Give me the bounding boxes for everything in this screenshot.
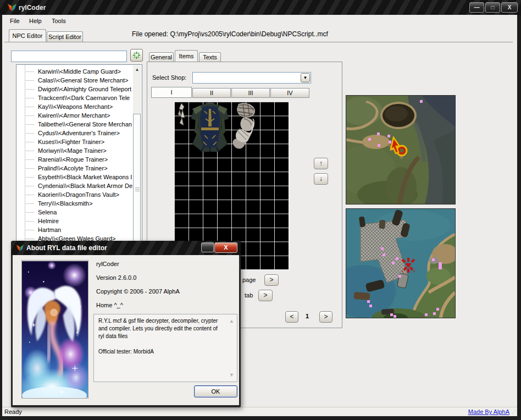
scroll-up-icon[interactable]: ▲ — [229, 317, 234, 325]
list-item[interactable]: Helmire — [16, 217, 134, 225]
list-item[interactable]: Terry\\\<Blacksmith> — [16, 199, 134, 208]
close-button[interactable]: X — [501, 2, 518, 13]
list-item[interactable]: Kuses\\<Fighter Trainer> — [16, 137, 134, 146]
list-item-label: Pralind\\<Acolyte Trainer> — [38, 165, 108, 172]
tab-script-editor[interactable]: Script Editor — [47, 31, 83, 42]
list-item-label: Cyndenia\\<Black Market Armor De — [38, 183, 132, 189]
credit-link[interactable]: Made By AlphA — [468, 408, 509, 415]
move-up-button[interactable]: ↑ — [314, 158, 328, 169]
item-gauntlet-image[interactable] — [231, 102, 258, 151]
about-home-link[interactable]: Home ^_^ — [96, 302, 123, 308]
tester-text: Official tester: MorbidA — [98, 348, 223, 356]
tab-texts[interactable]: Texts — [199, 52, 221, 62]
list-item-label: Calas\\<General Store Merchant> — [38, 77, 128, 84]
map-detail-image[interactable] — [346, 208, 456, 318]
chevron-right-icon: > — [269, 276, 273, 284]
next-page-button[interactable]: > — [319, 311, 332, 323]
list-item[interactable]: Pralind\\<Acolyte Trainer> — [16, 164, 134, 173]
status-text: Ready — [4, 408, 22, 415]
dialog-close-button[interactable]: X — [214, 242, 237, 253]
resize-grip: ⋰ — [512, 410, 516, 415]
prev-page-button[interactable]: < — [285, 311, 298, 323]
move-down-button[interactable]: ↓ — [314, 173, 328, 185]
title-bar: rylCoder — □ X — [0, 0, 521, 15]
ok-button[interactable]: OK — [194, 385, 237, 397]
list-item-label: Cydus\\<Adventurer's Trainer> — [38, 130, 120, 136]
npc-search-button[interactable] — [130, 49, 143, 62]
window-title: rylCoder — [19, 4, 46, 12]
list-item[interactable]: Karwin\\<Middle Camp Guard> — [16, 67, 134, 76]
list-item[interactable]: Kay\\\<Weapons Merchant> — [16, 102, 134, 111]
app-window: rylCoder — □ X File Help Tools NPC Edito… — [0, 0, 521, 420]
copy-tab-button[interactable]: > — [258, 290, 273, 301]
about-version: Version 2.6.0.0 — [96, 274, 136, 281]
scroll-down-icon[interactable]: ▼ — [229, 371, 234, 379]
list-item[interactable]: Esybeth\\<Black Market Weapons I — [16, 173, 134, 181]
scrollbar-thumb[interactable] — [133, 114, 141, 251]
about-copyright: Copyright © 2006 - 2007 AlphA — [96, 288, 180, 295]
status-bar: Ready Made By AlphA ⋰ — [2, 407, 517, 416]
select-shop-label: Select Shop: — [152, 74, 186, 81]
chevron-right-icon: > — [324, 313, 328, 320]
list-item[interactable]: Kaorien\\<DragonTrans Vault> — [16, 190, 134, 199]
tree-rows: Karwin\\<Middle Camp Guard>Calas\\<Gener… — [16, 67, 134, 243]
about-artwork-image — [21, 260, 88, 399]
down-arrow-icon: ↓ — [319, 175, 323, 183]
ok-label: OK — [212, 388, 220, 395]
list-item-label: Rarenia\\<Rogue Trainer> — [38, 156, 108, 163]
list-item[interactable]: Dwigot\\<Almighty Ground Teleport — [16, 85, 134, 93]
about-description-box[interactable]: R.Y.L mcf & gsf file decrypter, decompil… — [93, 314, 237, 382]
list-item-label: Kuses\\<Fighter Trainer> — [38, 139, 104, 145]
list-item[interactable]: Kwiren\\<Armor Merchant> — [16, 111, 134, 120]
npc-search-input[interactable] — [11, 51, 127, 62]
menu-item-file[interactable]: File — [10, 18, 20, 24]
list-item[interactable]: Cydus\\<Adventurer's Trainer> — [16, 129, 134, 137]
list-item[interactable]: Trackcent\\<Dark Caernarvon Tele — [16, 93, 134, 102]
menu-item-help[interactable]: Help — [29, 18, 42, 24]
list-item[interactable]: Selena — [16, 208, 134, 217]
dialog-title: About RYL data file editor — [26, 244, 107, 252]
slot-tab-4[interactable]: IV — [270, 88, 309, 98]
list-item[interactable]: Talibethe\\<General Store Merchan — [16, 120, 134, 129]
dialog-body: rylCoder Version 2.6.0.0 Copyright © 200… — [13, 255, 239, 405]
minimize-button[interactable]: — — [469, 2, 484, 13]
list-item[interactable]: Hartman — [16, 225, 134, 234]
file-opened-label: File opened: Q:\myProj\vs2005\rylCoder\b… — [132, 30, 328, 38]
slot-tab-1[interactable]: I — [151, 87, 192, 98]
list-item-label: Karwin\\<Middle Camp Guard> — [38, 68, 121, 75]
list-item-label: Kwiren\\<Armor Merchant> — [38, 112, 110, 119]
map-overview-image[interactable] — [346, 95, 456, 205]
dialog-restore-button[interactable] — [201, 242, 214, 252]
about-dialog: About RYL data file editor X — [11, 241, 241, 407]
slot-tab-3[interactable]: III — [231, 88, 270, 98]
up-arrow-icon: ↑ — [319, 159, 323, 167]
tab-npc-editor[interactable]: NPC Editor — [9, 29, 46, 42]
list-item-label: Kay\\\<Weapons Merchant> — [38, 103, 113, 110]
copy-tab-label: tab — [245, 292, 253, 299]
maximize-icon: □ — [491, 4, 494, 10]
list-item[interactable]: Cyndenia\\<Black Market Armor De — [16, 181, 134, 190]
tab-items[interactable]: Items — [175, 50, 198, 62]
chevron-right-icon: > — [263, 291, 267, 299]
item-armor-image[interactable] — [189, 102, 231, 153]
list-item-label: Hartman — [38, 226, 61, 233]
list-item[interactable]: Moriwyn\\<Mage Trainer> — [16, 146, 134, 155]
close-icon: X — [508, 4, 512, 10]
copy-page-label: page — [242, 277, 256, 283]
menu-item-tools[interactable]: Tools — [52, 18, 66, 24]
tab-general[interactable]: General — [149, 52, 174, 62]
tab-strip-line — [4, 42, 513, 42]
list-item[interactable]: Calas\\<General Store Merchant> — [16, 76, 134, 85]
list-item[interactable]: Rarenia\\<Rogue Trainer> — [16, 155, 134, 164]
scroll-up-icon[interactable]: ▲ — [133, 65, 141, 74]
minimize-icon: — — [474, 4, 480, 10]
page-number-label: 1 — [306, 313, 309, 319]
list-item-label: Talibethe\\<General Store Merchan — [38, 121, 132, 128]
maximize-button[interactable]: □ — [485, 2, 500, 13]
dropdown-arrow-icon[interactable]: ▼ — [301, 73, 310, 82]
item-pendant-image[interactable] — [175, 102, 188, 129]
copy-page-button[interactable]: > — [264, 274, 279, 286]
app-logo-icon — [7, 2, 18, 13]
shop-combobox[interactable]: ▼ — [192, 72, 311, 84]
slot-tab-2[interactable]: II — [192, 88, 231, 98]
